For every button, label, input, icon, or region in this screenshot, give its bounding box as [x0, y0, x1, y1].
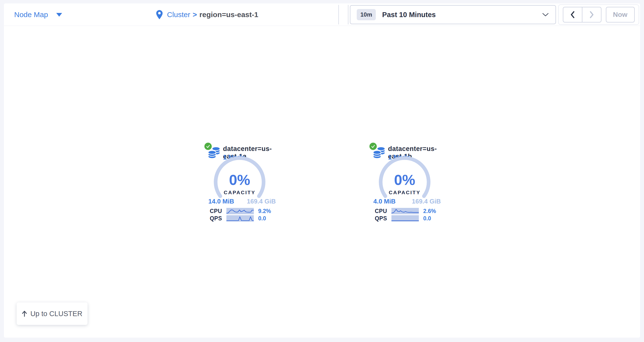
cpu-metric-row: CPU 2.6%: [358, 208, 451, 214]
qps-metric-row: QPS 0.0: [358, 215, 451, 222]
healthy-check-icon: [204, 142, 212, 150]
time-nav-panel: Now: [558, 4, 639, 25]
capacity-total: 169.4 GiB: [247, 198, 276, 205]
cpu-label: CPU: [193, 208, 222, 215]
breadcrumb-current: region=us-east-1: [200, 10, 258, 19]
qps-label: QPS: [193, 215, 222, 222]
chevron-left-icon: [570, 11, 575, 18]
up-to-cluster-label: Up to CLUSTER: [30, 310, 82, 318]
now-button[interactable]: Now: [606, 7, 635, 22]
up-to-cluster-button[interactable]: Up to CLUSTER: [17, 303, 88, 325]
time-range-label: Past 10 Minutes: [382, 11, 436, 19]
capacity-sizes: 4.0 MiB 169.4 GiB: [373, 198, 441, 205]
node-map-page: { "header": { "view_selector": { "label"…: [0, 0, 644, 342]
time-range-badge: 10m: [357, 9, 376, 20]
chevron-right-icon: [589, 11, 594, 18]
capacity-percentage: 0%: [213, 171, 266, 188]
arrow-up-icon: [22, 311, 27, 317]
qps-value: 0.0: [258, 215, 266, 222]
chevron-down-icon: [542, 13, 549, 16]
next-interval-button[interactable]: [582, 7, 601, 22]
qps-sparkline: [392, 215, 419, 222]
view-selector-dropdown[interactable]: Node Map: [14, 3, 62, 26]
healthy-check-icon: [369, 142, 377, 150]
breadcrumb-cluster-link[interactable]: Cluster: [167, 10, 190, 19]
location-pin-icon: [156, 10, 163, 19]
breadcrumb: Cluster > region=us-east-1: [156, 3, 258, 26]
capacity-used: 14.0 MiB: [208, 198, 234, 205]
prev-interval-button[interactable]: [563, 7, 582, 22]
cpu-label: CPU: [358, 208, 387, 215]
header-divider: [348, 5, 348, 24]
cpu-sparkline: [392, 208, 419, 214]
capacity-sizes: 14.0 MiB 169.4 GiB: [208, 198, 276, 205]
cpu-sparkline: [226, 208, 254, 214]
cpu-metric-row: CPU 9.2%: [193, 208, 286, 214]
qps-value: 0.0: [423, 215, 431, 222]
qps-sparkline: [226, 215, 254, 222]
time-step-buttons: [563, 7, 602, 22]
capacity-total: 169.4 GiB: [412, 198, 441, 205]
cpu-value: 9.2%: [258, 208, 271, 215]
caret-down-icon: [56, 13, 62, 16]
capacity-label: CAPACITY: [378, 190, 432, 195]
main-panel: Node Map Cluster > region=us-east-1 10m …: [4, 3, 640, 338]
header-bar: Node Map Cluster > region=us-east-1 10m …: [4, 3, 640, 26]
datacenter-card-us-east-1b[interactable]: datacenter=us-east-1b 1 Node 0% CAPACITY…: [358, 141, 451, 226]
header-divider: [338, 5, 339, 24]
datacenter-card-us-east-1a[interactable]: datacenter=us-east-1a 1 Node 0% CAPACITY…: [193, 141, 286, 226]
capacity-label: CAPACITY: [213, 190, 266, 195]
qps-metric-row: QPS 0.0: [193, 215, 286, 222]
qps-label: QPS: [358, 215, 387, 222]
view-selector-label: Node Map: [14, 10, 48, 19]
breadcrumb-separator: >: [193, 10, 197, 19]
time-range-dropdown[interactable]: 10m Past 10 Minutes: [350, 5, 556, 24]
capacity-used: 4.0 MiB: [373, 198, 396, 205]
cpu-value: 2.6%: [423, 208, 436, 215]
capacity-percentage: 0%: [378, 171, 432, 188]
